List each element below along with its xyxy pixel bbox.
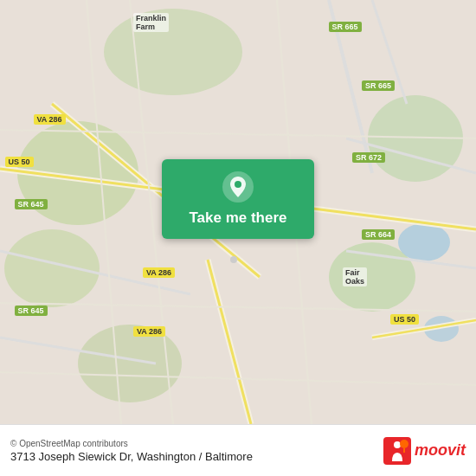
sr-645-label-2: SR 645 [15, 306, 48, 316]
moovit-logo[interactable]: moovit [383, 437, 466, 465]
svg-point-29 [230, 256, 237, 263]
svg-point-31 [235, 181, 241, 188]
sr-672-label: SR 672 [352, 152, 385, 163]
sr-665-label-1: SR 665 [329, 22, 362, 32]
fair-oaks-label: FairOaks [343, 267, 367, 286]
svg-point-2 [4, 229, 100, 307]
footer-bar: © OpenStreetMap contributors 3713 Joseph… [0, 424, 476, 476]
va-286-label-2: VA 286 [143, 267, 175, 278]
sr-665-label-2: SR 665 [362, 80, 395, 91]
svg-point-7 [398, 223, 450, 261]
va-286-label-3: VA 286 [133, 326, 165, 337]
svg-point-5 [104, 9, 242, 95]
address-text: 3713 Joseph Siewick Dr, Washington / Bal… [10, 450, 253, 463]
svg-point-34 [400, 440, 408, 448]
va-286-label-1: VA 286 [34, 114, 66, 125]
footer-left: © OpenStreetMap contributors 3713 Joseph… [10, 439, 253, 463]
moovit-text: moovit [415, 441, 466, 460]
us-50-label-2: US 50 [390, 314, 419, 325]
location-pin-icon [222, 171, 254, 203]
sr-664-label: SR 664 [362, 229, 395, 240]
moovit-icon [383, 437, 411, 465]
svg-point-33 [394, 441, 401, 448]
us-50-label-1: US 50 [5, 157, 34, 167]
map-view: FranklinFarm VA 286 US 50 SR 645 SR 645 … [0, 0, 476, 424]
copyright-text: © OpenStreetMap contributors [10, 439, 253, 448]
take-me-there-label: Take me there [189, 209, 286, 227]
franklin-farm-label: FranklinFarm [133, 13, 169, 32]
take-me-there-button[interactable]: Take me there [162, 159, 314, 239]
sr-645-label-1: SR 645 [15, 199, 48, 209]
